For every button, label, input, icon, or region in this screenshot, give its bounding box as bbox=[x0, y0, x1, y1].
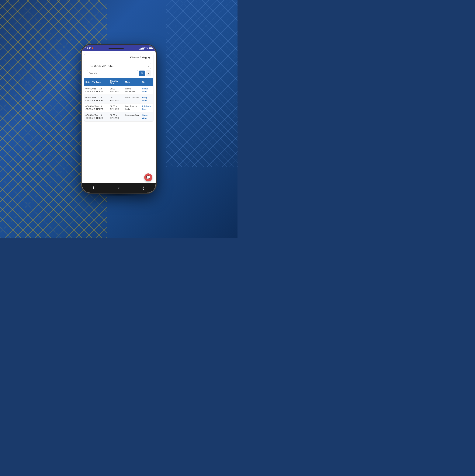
choose-category-label: Choose Category bbox=[130, 56, 151, 59]
cell-tip-0: Home Wins bbox=[141, 86, 153, 95]
cell-match-0: Honka – Mariehamn bbox=[124, 86, 141, 95]
card-header: Choose Category bbox=[84, 54, 153, 61]
col-header-tip: Tip bbox=[141, 78, 153, 86]
search-clear-button[interactable]: ✕ bbox=[139, 70, 145, 76]
nav-back-button[interactable]: ❮ bbox=[139, 185, 148, 191]
search-dropdown-button[interactable]: ▾ bbox=[146, 70, 151, 76]
table-row: 07.06.2023 – +10 ODDS VIP TICKET18:00 – … bbox=[84, 86, 153, 95]
screen-content: Choose Category +10 ODDS VIP TICKET VIP … bbox=[82, 51, 156, 183]
phone-frame: 15:05 ▂▄▆ 31% Choose Category bbox=[82, 45, 156, 193]
cell-tip-1: Away Wins bbox=[141, 95, 153, 103]
cell-countryTime-3: 18:00 – FINLAND bbox=[109, 112, 124, 121]
category-dropdown-wrapper[interactable]: +10 ODDS VIP TICKET VIP TICKET FREE TICK… bbox=[87, 63, 151, 69]
table-row: 07.06.2023 – +10 ODDS VIP TICKET18:00 – … bbox=[84, 112, 153, 121]
bg-net-right bbox=[166, 0, 238, 167]
cell-match-2: Inter Turku – Kotka bbox=[124, 103, 141, 112]
col-header-country-time: Country – Time bbox=[109, 78, 124, 86]
cell-dateType-3: 07.06.2023 – +10 ODDS VIP TICKET bbox=[84, 112, 109, 121]
status-bar: 15:05 ▂▄▆ 31% bbox=[82, 45, 156, 51]
cell-countryTime-1: 18:00 – FINLAND bbox=[109, 95, 124, 103]
nav-recent-button[interactable]: ||| bbox=[90, 185, 98, 191]
phone-shadow bbox=[95, 193, 142, 197]
table-body: 07.06.2023 – +10 ODDS VIP TICKET18:00 – … bbox=[84, 86, 153, 121]
cell-tip-2: 2,5 Goals Over bbox=[141, 103, 153, 112]
battery-icon bbox=[149, 48, 152, 49]
signal-icon: ▂▄▆ bbox=[139, 47, 144, 50]
phone-body: 15:05 ▂▄▆ 31% Choose Category bbox=[82, 45, 156, 193]
search-input[interactable] bbox=[87, 70, 138, 76]
status-time: 15:05 bbox=[85, 47, 91, 50]
results-table: Date – Tip Type Country – Time Match Tip… bbox=[84, 78, 153, 121]
search-row: ✕ ▾ bbox=[87, 70, 151, 78]
clear-icon: ✕ bbox=[141, 72, 143, 75]
col-header-match: Match bbox=[124, 78, 141, 86]
category-dropdown[interactable]: +10 ODDS VIP TICKET VIP TICKET FREE TICK… bbox=[87, 63, 151, 69]
main-card: Choose Category +10 ODDS VIP TICKET VIP … bbox=[84, 54, 153, 121]
col-header-date-type: Date – Tip Type bbox=[84, 78, 109, 86]
nav-home-button[interactable]: ○ bbox=[115, 185, 123, 191]
battery-level: 31% bbox=[144, 47, 148, 49]
bottom-nav: ||| ○ ❮ bbox=[82, 183, 156, 193]
notch bbox=[109, 48, 124, 49]
chat-icon: 💬 bbox=[146, 175, 150, 179]
cell-countryTime-2: 18:00 – FINLAND bbox=[109, 103, 124, 112]
cell-countryTime-0: 18:00 – FINLAND bbox=[109, 86, 124, 95]
status-dot bbox=[92, 48, 93, 49]
cell-dateType-1: 07.06.2023 – +10 ODDS VIP TICKET bbox=[84, 95, 109, 103]
cell-match-1: Lahti – Helsinki bbox=[124, 95, 141, 103]
table-row: 07.06.2023 – +10 ODDS VIP TICKET18:00 – … bbox=[84, 95, 153, 103]
table-header-row: Date – Tip Type Country – Time Match Tip bbox=[84, 78, 153, 86]
table-row: 07.06.2023 – +10 ODDS VIP TICKET18:00 – … bbox=[84, 103, 153, 112]
status-right: ▂▄▆ 31% bbox=[139, 47, 152, 50]
search-dropdown-icon: ▾ bbox=[148, 72, 149, 74]
cell-dateType-2: 07.06.2023 – +10 ODDS VIP TICKET bbox=[84, 103, 109, 112]
cell-tip-3: Home Wins bbox=[141, 112, 153, 121]
dropdown-container: +10 ODDS VIP TICKET VIP TICKET FREE TICK… bbox=[84, 61, 153, 70]
cell-match-3: Kuopion – Oulu bbox=[124, 112, 141, 121]
cell-dateType-0: 07.06.2023 – +10 ODDS VIP TICKET bbox=[84, 86, 109, 95]
status-left: 15:05 bbox=[85, 47, 93, 50]
chat-fab-button[interactable]: 💬 bbox=[144, 173, 152, 181]
